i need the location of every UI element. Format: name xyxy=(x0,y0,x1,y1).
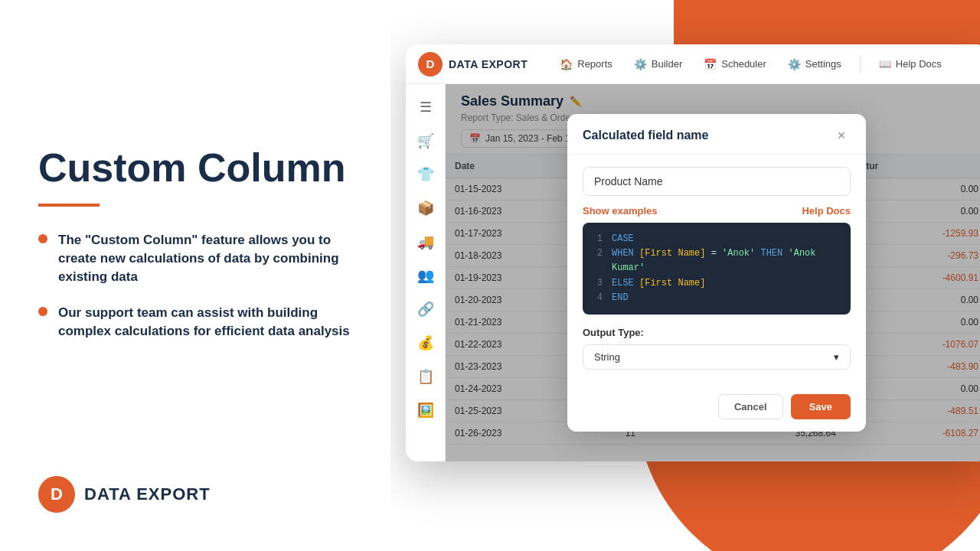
code-content-2: WHEN [First Name] = 'Anok' THEN 'Anok Ku… xyxy=(612,246,840,276)
nav-logo-text: DATA EXPORT xyxy=(449,58,528,70)
nav-items: 🏠 Reports ⚙️ Builder 📅 Scheduler ⚙️ Sett… xyxy=(550,54,975,75)
bullet-text-2: Our support team can assist with buildin… xyxy=(58,304,352,341)
sidebar-money-icon[interactable]: 💰 xyxy=(412,329,439,357)
nav-help-label: Help Docs xyxy=(896,58,942,70)
settings-icon: ⚙️ xyxy=(788,58,801,70)
nav-logo: D DATA EXPORT xyxy=(418,52,528,77)
bullet-text-1: The "Custom Column" feature allows you t… xyxy=(58,231,352,285)
modal-title: Calculated field name xyxy=(583,129,709,142)
home-icon: 🏠 xyxy=(560,58,573,70)
modal-overlay: Calculated field name × Show examples He… xyxy=(446,84,980,461)
nav-bar: D DATA EXPORT 🏠 Reports ⚙️ Builder 📅 Sch… xyxy=(406,44,980,84)
nav-item-scheduler[interactable]: 📅 Scheduler xyxy=(694,54,776,75)
bullet-item-2: Our support team can assist with buildin… xyxy=(38,304,352,341)
field-name-input[interactable] xyxy=(583,167,851,196)
modal-header: Calculated field name × xyxy=(567,114,866,155)
main-content: ☰ 🛒 👕 📦 🚚 👥 🔗 💰 📋 🖼️ Sales Summary ✏️ xyxy=(406,84,980,461)
help-docs-link[interactable]: Help Docs xyxy=(802,205,851,217)
logo-icon-bottom: D xyxy=(38,476,75,513)
nav-item-builder-label: Builder xyxy=(652,58,682,70)
nav-item-reports-label: Reports xyxy=(577,58,612,70)
scheduler-icon: 📅 xyxy=(704,58,717,70)
help-icon: 📖 xyxy=(879,58,891,70)
show-examples-label[interactable]: Show examples xyxy=(583,205,658,217)
code-editor[interactable]: 1 CASE 2 WHEN [First Name] = 'Anok' THEN… xyxy=(583,223,851,315)
output-type-label: Output Type: xyxy=(583,327,851,338)
code-line-3: 3 ELSE [First Name] xyxy=(593,276,840,291)
nav-item-scheduler-label: Scheduler xyxy=(721,58,766,70)
nav-item-builder[interactable]: ⚙️ Builder xyxy=(625,54,691,75)
nav-item-settings[interactable]: ⚙️ Settings xyxy=(779,54,851,75)
logo-text-bottom: DATA EXPORT xyxy=(84,484,211,504)
sidebar-menu-icon[interactable]: ☰ xyxy=(412,93,439,121)
code-content-4: END xyxy=(612,291,629,305)
nav-divider xyxy=(860,55,861,73)
chevron-down-icon: ▾ xyxy=(834,351,839,363)
code-line-2: 2 WHEN [First Name] = 'Anok' THEN 'Anok … xyxy=(593,246,840,276)
save-button[interactable]: Save xyxy=(791,394,851,419)
nav-item-reports[interactable]: 🏠 Reports xyxy=(550,54,622,75)
modal-body: Show examples Help Docs 1 CASE 2 xyxy=(567,155,866,394)
code-content-1: CASE xyxy=(612,232,634,246)
cancel-button[interactable]: Cancel xyxy=(718,394,783,419)
nav-help[interactable]: 📖 Help Docs xyxy=(870,54,951,74)
sidebar-box-icon[interactable]: 📦 xyxy=(412,194,439,222)
code-line-1: 1 CASE xyxy=(593,232,840,246)
nav-item-settings-label: Settings xyxy=(805,58,841,70)
modal-close-button[interactable]: × xyxy=(832,126,851,145)
left-panel: Custom Column The "Custom Column" featur… xyxy=(0,0,390,551)
line-num-2: 2 xyxy=(593,246,603,276)
sidebar-truck-icon[interactable]: 🚚 xyxy=(412,228,439,256)
sidebar: ☰ 🛒 👕 📦 🚚 👥 🔗 💰 📋 🖼️ xyxy=(406,84,446,461)
app-window: D DATA EXPORT 🏠 Reports ⚙️ Builder 📅 Sch… xyxy=(406,44,980,461)
sidebar-clipboard-icon[interactable]: 📋 xyxy=(412,363,439,390)
modal-footer: Cancel Save xyxy=(567,394,866,432)
nav-logo-icon: D xyxy=(418,52,443,77)
code-line-4: 4 END xyxy=(593,291,840,305)
builder-icon: ⚙️ xyxy=(634,58,647,70)
output-type-value: String xyxy=(594,351,620,363)
line-num-4: 4 xyxy=(593,291,603,305)
code-content-3: ELSE [First Name] xyxy=(612,276,705,291)
sidebar-image-icon[interactable]: 🖼️ xyxy=(412,396,439,424)
bullet-dot-2 xyxy=(38,307,47,316)
bullet-item-1: The "Custom Column" feature allows you t… xyxy=(38,231,352,285)
content-area: Sales Summary ✏️ Report Type: Sales & Or… xyxy=(446,84,980,461)
right-panel: D DATA EXPORT 🏠 Reports ⚙️ Builder 📅 Sch… xyxy=(390,0,980,551)
modal-dialog: Calculated field name × Show examples He… xyxy=(567,114,866,432)
sidebar-link-icon[interactable]: 🔗 xyxy=(412,295,439,323)
main-title: Custom Column xyxy=(38,146,352,190)
line-num-1: 1 xyxy=(593,232,603,246)
output-type-select[interactable]: String ▾ xyxy=(583,344,851,370)
sidebar-users-icon[interactable]: 👥 xyxy=(412,262,439,289)
bullet-list: The "Custom Column" feature allows you t… xyxy=(38,231,352,359)
bottom-logo: D DATA EXPORT xyxy=(38,476,211,513)
bullet-dot-1 xyxy=(38,234,47,243)
sidebar-cart-icon[interactable]: 🛒 xyxy=(412,127,439,155)
title-underline xyxy=(38,204,100,207)
sidebar-shirt-icon[interactable]: 👕 xyxy=(412,161,439,188)
show-examples-row: Show examples Help Docs xyxy=(583,205,851,217)
line-num-3: 3 xyxy=(593,276,603,291)
